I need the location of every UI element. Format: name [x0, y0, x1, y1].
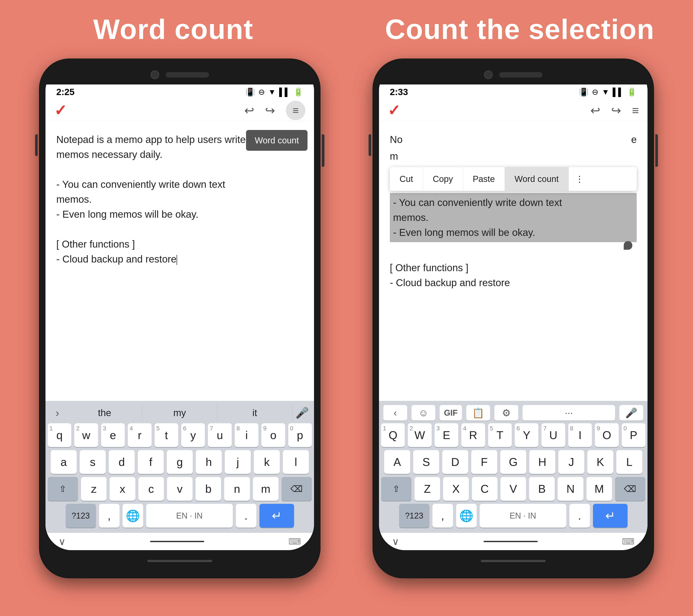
key-x[interactable]: x	[110, 477, 135, 501]
context-paste-button[interactable]: Paste	[463, 167, 505, 191]
key-e[interactable]: 3e	[101, 423, 125, 447]
key2-n[interactable]: N	[558, 477, 583, 501]
key2-r[interactable]: 4R	[461, 423, 485, 447]
key-o[interactable]: 9o	[261, 423, 285, 447]
phone2-back-key[interactable]: ‹	[383, 405, 407, 421]
context-wordcount-button[interactable]: Word count	[505, 167, 569, 191]
key-f[interactable]: f	[138, 450, 164, 474]
key2-k[interactable]: K	[587, 450, 613, 474]
key-enter[interactable]: ↵	[259, 504, 294, 528]
key-n[interactable]: n	[224, 477, 250, 501]
key-l[interactable]: l	[283, 450, 309, 474]
key2-enter[interactable]: ↵	[593, 504, 628, 528]
key2-s[interactable]: S	[413, 450, 439, 474]
key-a[interactable]: a	[51, 450, 77, 474]
key-period[interactable]: .	[236, 504, 256, 528]
phone2-note-content[interactable]: No e m Cut Copy Paste Word count ⋮	[379, 121, 648, 401]
key2-v[interactable]: V	[500, 477, 526, 501]
phone2-keyboard-icon[interactable]: ⌨	[622, 537, 635, 547]
phone2-undo-icon[interactable]: ↩	[590, 103, 600, 117]
context-copy-button[interactable]: Copy	[423, 167, 463, 191]
key2-y[interactable]: 6Y	[515, 423, 538, 447]
phone1-suggestion-1[interactable]: the	[67, 404, 142, 421]
key2-m[interactable]: M	[587, 477, 612, 501]
phone2-emoji-key[interactable]: ☺	[412, 405, 435, 421]
key2-h[interactable]: H	[529, 450, 555, 474]
phone1-undo-icon[interactable]: ↩	[244, 103, 254, 117]
key-space[interactable]: EN · IN	[146, 504, 233, 528]
phone1-chevron-icon[interactable]: ∨	[58, 536, 66, 547]
key-num[interactable]: ?123	[66, 504, 96, 528]
phone2-check-icon[interactable]: ✓	[388, 102, 400, 119]
key-k[interactable]: k	[254, 450, 280, 474]
phone1-note-content[interactable]: Word count Notepad is a memo app to help…	[45, 121, 314, 401]
phone1-suggestion-2[interactable]: my	[142, 404, 217, 421]
phone2-chevron-icon[interactable]: ∨	[392, 536, 399, 547]
key-u[interactable]: 7u	[208, 423, 232, 447]
key2-comma[interactable]: ,	[433, 504, 453, 528]
key-s[interactable]: s	[80, 450, 106, 474]
context-more-button[interactable]: ⋮	[569, 167, 590, 191]
key-m[interactable]: m	[253, 477, 278, 501]
phone2-context-menu[interactable]: Cut Copy Paste Word count ⋮	[390, 167, 637, 191]
key-p[interactable]: 0p	[288, 423, 312, 447]
context-cut-button[interactable]: Cut	[390, 167, 423, 191]
key-shift[interactable]: ⇧	[48, 477, 78, 501]
key-backspace[interactable]: ⌫	[281, 477, 312, 501]
key-t[interactable]: 5t	[155, 423, 178, 447]
key2-g[interactable]: G	[500, 450, 526, 474]
key2-x[interactable]: X	[443, 477, 469, 501]
key2-t[interactable]: 5T	[488, 423, 512, 447]
key2-space[interactable]: EN · IN	[480, 504, 566, 528]
phone2-clipboard-key[interactable]: 📋	[466, 405, 490, 421]
key-comma[interactable]: ,	[99, 504, 120, 528]
phone1-suggestion-arrow[interactable]: ›	[48, 404, 67, 421]
phone2-redo-icon[interactable]: ↪	[611, 103, 621, 117]
phone2-mic-key[interactable]: 🎤	[619, 405, 643, 421]
phone1-keyboard-icon[interactable]: ⌨	[289, 537, 301, 547]
key-i[interactable]: 8i	[235, 423, 258, 447]
key2-period[interactable]: .	[569, 504, 590, 528]
key-r[interactable]: 4r	[128, 423, 151, 447]
key2-i[interactable]: 8I	[568, 423, 592, 447]
key2-q[interactable]: 1Q	[381, 423, 405, 447]
phone2-settings-key[interactable]: ⚙	[494, 405, 518, 421]
key-d[interactable]: d	[109, 450, 135, 474]
key-w[interactable]: 2w	[74, 423, 98, 447]
key-q[interactable]: 1q	[48, 423, 71, 447]
phone2-gif-key[interactable]: GIF	[440, 405, 462, 421]
key-c[interactable]: c	[138, 477, 164, 501]
key2-w[interactable]: 2W	[408, 423, 431, 447]
key-y[interactable]: 6y	[181, 423, 205, 447]
key2-u[interactable]: 7U	[541, 423, 565, 447]
key2-backspace[interactable]: ⌫	[615, 477, 645, 501]
key2-b[interactable]: B	[529, 477, 555, 501]
phone1-mic-button[interactable]: 🎤	[292, 404, 312, 421]
key2-a[interactable]: A	[384, 450, 410, 474]
key-h[interactable]: h	[196, 450, 222, 474]
key2-num[interactable]: ?123	[399, 504, 430, 528]
phone1-redo-icon[interactable]: ↪	[265, 103, 275, 117]
phone1-check-icon[interactable]: ✓	[54, 102, 67, 119]
key2-e[interactable]: 3E	[435, 423, 458, 447]
key2-c[interactable]: C	[472, 477, 497, 501]
key2-o[interactable]: 9O	[595, 423, 618, 447]
key2-globe[interactable]: 🌐	[456, 504, 477, 528]
key-g[interactable]: g	[167, 450, 193, 474]
phone1-keyboard[interactable]: › the my it 🎤 1q 2w 3e 4r 5t	[45, 401, 314, 533]
key-v[interactable]: v	[167, 477, 193, 501]
key-z[interactable]: z	[81, 477, 106, 501]
key-b[interactable]: b	[196, 477, 221, 501]
phone2-keyboard[interactable]: ‹ ☺ GIF 📋 ⚙ ··· 🎤 1Q 2W 3E	[379, 401, 648, 533]
phone1-suggestion-3[interactable]: it	[217, 404, 292, 421]
key2-f[interactable]: F	[471, 450, 497, 474]
key2-shift[interactable]: ⇧	[381, 477, 412, 501]
key-globe[interactable]: 🌐	[123, 504, 143, 528]
key2-p[interactable]: 0P	[622, 423, 645, 447]
key2-z[interactable]: Z	[415, 477, 440, 501]
phone2-menu-icon[interactable]: ≡	[632, 103, 639, 117]
phone2-more-key[interactable]: ···	[522, 405, 615, 421]
key2-d[interactable]: D	[442, 450, 468, 474]
key2-j[interactable]: J	[558, 450, 584, 474]
phone1-menu-button[interactable]: ≡	[286, 101, 305, 120]
